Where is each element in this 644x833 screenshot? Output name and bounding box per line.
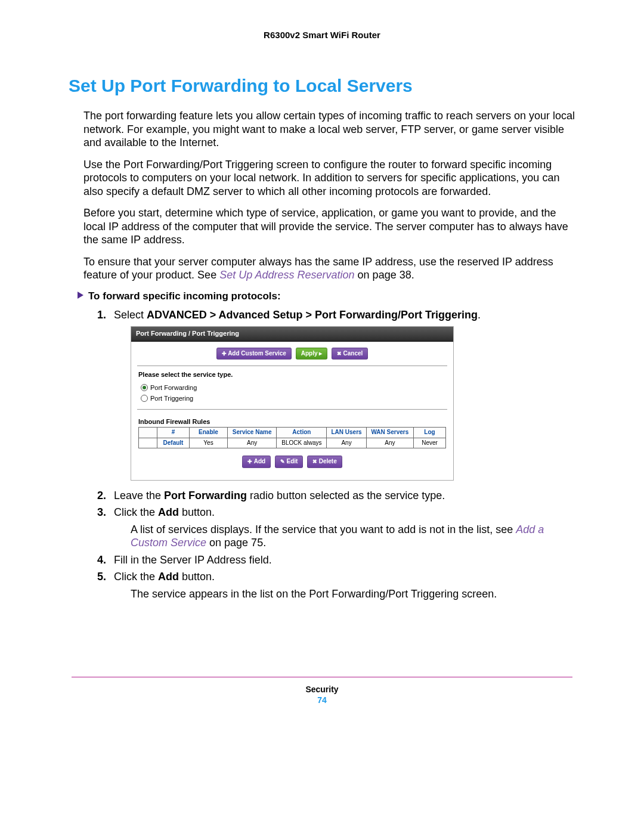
cell-num: Default bbox=[157, 438, 190, 448]
page-header: R6300v2 Smart WiFi Router bbox=[69, 30, 575, 40]
text: button. bbox=[179, 571, 215, 583]
service-type-label: Please select the service type. bbox=[138, 371, 446, 379]
page-footer: Security 74 bbox=[0, 685, 644, 705]
col-select bbox=[139, 428, 157, 438]
cell-select bbox=[139, 438, 157, 448]
col-action: Action bbox=[277, 428, 327, 438]
step-number: 2. bbox=[97, 489, 106, 503]
cancel-button[interactable]: Cancel bbox=[332, 348, 368, 360]
rules-label: Inbound Firewall Rules bbox=[138, 418, 446, 426]
step-number: 4. bbox=[97, 553, 106, 567]
panel-bottom-buttons: Add Edit Delete bbox=[138, 448, 446, 475]
edit-button[interactable]: Edit bbox=[275, 456, 303, 468]
radio-label: Port Forwarding bbox=[150, 384, 197, 391]
step-4: 4. Fill in the Server IP Address field. bbox=[97, 553, 575, 567]
text: Fill in the Server IP Address field. bbox=[114, 554, 272, 566]
link-address-reservation[interactable]: Set Up Address Reservation bbox=[219, 269, 354, 281]
col-enable: Enable bbox=[190, 428, 228, 438]
panel-top-buttons: Add Custom Service Apply Cancel bbox=[131, 342, 453, 366]
cell-action: BLOCK always bbox=[277, 438, 327, 448]
radio-icon bbox=[141, 395, 148, 402]
radio-port-triggering[interactable]: Port Triggering bbox=[138, 394, 446, 404]
menu-path: ADVANCED > Advanced Setup > Port Forward… bbox=[147, 309, 478, 321]
cell-enable: Yes bbox=[190, 438, 228, 448]
cell-wan: Any bbox=[366, 438, 413, 448]
intro-para-2: Use the Port Forwarding/Port Triggering … bbox=[83, 158, 575, 199]
intro-para-1: The port forwarding feature lets you all… bbox=[83, 109, 575, 150]
col-lan: LAN Users bbox=[327, 428, 366, 438]
cell-log: Never bbox=[414, 438, 446, 448]
step-2: 2. Leave the Port Forwarding radio butto… bbox=[97, 489, 575, 503]
col-num: # bbox=[157, 428, 190, 438]
procedure-heading-text: To forward specific incoming protocols: bbox=[88, 290, 281, 302]
apply-button[interactable]: Apply bbox=[296, 348, 328, 360]
radio-icon bbox=[141, 384, 148, 391]
bold-text: Add bbox=[158, 571, 179, 583]
add-custom-service-button[interactable]: Add Custom Service bbox=[216, 348, 292, 360]
panel-title: Port Forwarding / Port Triggering bbox=[131, 327, 453, 342]
step-5-follow: The service appears in the list on the P… bbox=[131, 587, 575, 601]
procedure-heading: To forward specific incoming protocols: bbox=[78, 290, 575, 302]
step-1: 1. Select ADVANCED > Advanced Setup > Po… bbox=[97, 308, 575, 481]
add-button[interactable]: Add bbox=[242, 456, 271, 468]
delete-button[interactable]: Delete bbox=[307, 456, 342, 468]
text: Select bbox=[114, 309, 147, 321]
bold-text: Port Forwarding bbox=[164, 490, 247, 501]
text: on page 38. bbox=[355, 269, 414, 281]
port-forwarding-panel: Port Forwarding / Port Triggering Add Cu… bbox=[131, 326, 454, 481]
text: on page 75. bbox=[206, 537, 266, 549]
text: Leave the bbox=[114, 490, 164, 501]
col-service: Service Name bbox=[228, 428, 277, 438]
text: . bbox=[478, 309, 481, 321]
firewall-rules-table: # Enable Service Name Action LAN Users W… bbox=[138, 427, 446, 448]
step-3-follow: A list of services displays. If the serv… bbox=[131, 523, 575, 550]
text: A list of services displays. If the serv… bbox=[131, 524, 516, 535]
step-3: 3. Click the Add button. A list of servi… bbox=[97, 506, 575, 550]
text: Click the bbox=[114, 506, 158, 518]
intro-para-4: To ensure that your server computer alwa… bbox=[83, 255, 575, 282]
step-number: 1. bbox=[97, 308, 106, 322]
footer-divider bbox=[72, 677, 572, 677]
footer-page-number: 74 bbox=[0, 695, 644, 705]
page-title: Set Up Port Forwarding to Local Servers bbox=[69, 76, 575, 96]
table-header-row: # Enable Service Name Action LAN Users W… bbox=[139, 428, 446, 438]
table-row[interactable]: Default Yes Any BLOCK always Any Any Nev… bbox=[139, 438, 446, 448]
text: Click the bbox=[114, 571, 158, 583]
step-5: 5. Click the Add button. The service app… bbox=[97, 570, 575, 600]
bold-text: Add bbox=[158, 506, 179, 518]
intro-para-3: Before you start, determine which type o… bbox=[83, 206, 575, 247]
radio-label: Port Triggering bbox=[150, 395, 193, 402]
footer-section: Security bbox=[0, 685, 644, 694]
cell-lan: Any bbox=[327, 438, 366, 448]
text: radio button selected as the service typ… bbox=[247, 490, 445, 501]
cell-service: Any bbox=[228, 438, 277, 448]
col-log: Log bbox=[414, 428, 446, 438]
step-number: 3. bbox=[97, 506, 106, 519]
arrow-icon bbox=[78, 292, 83, 299]
text: button. bbox=[179, 506, 215, 518]
radio-port-forwarding[interactable]: Port Forwarding bbox=[138, 383, 446, 394]
step-number: 5. bbox=[97, 570, 106, 584]
col-wan: WAN Servers bbox=[366, 428, 413, 438]
